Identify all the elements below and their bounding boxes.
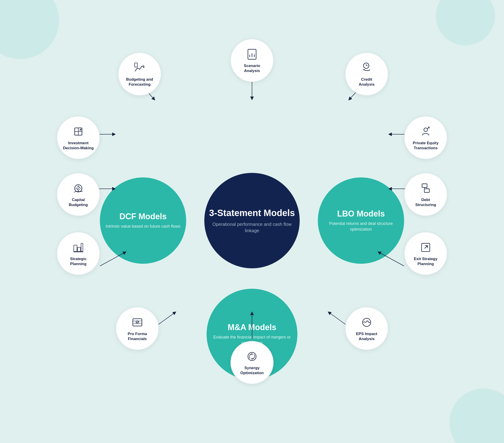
scenario-analysis-icon: [245, 47, 259, 61]
arrow-exit: [377, 250, 404, 268]
arrow-scenario: [249, 82, 255, 100]
sat-eps: EPS ImpactAnalysis: [345, 307, 388, 350]
svg-point-38: [424, 128, 428, 132]
lbo-desc: Potential returns and deal structure opt…: [318, 221, 404, 232]
sat-budgeting: Budgeting andForecasting: [118, 53, 161, 96]
sat-scenario-analysis: ScenarioAnalysis: [231, 39, 273, 82]
synergy-label: SynergyOptimization: [240, 366, 264, 376]
dcf-title: DCF Models: [119, 212, 167, 221]
investment-icon: [72, 125, 85, 138]
budgeting-icon: [133, 61, 146, 75]
eps-label: EPS ImpactAnalysis: [356, 331, 377, 342]
credit-analysis-label: CreditAnalysis: [359, 77, 375, 87]
svg-line-32: [379, 252, 404, 266]
sat-strategic-planning: StrategicPlanning: [57, 232, 100, 275]
sat-capital-budgeting: CapitalBudgeting: [57, 173, 100, 216]
svg-rect-16: [74, 245, 77, 251]
svg-line-20: [100, 252, 125, 266]
sat-pro-forma: Pro FormaFinancials: [116, 307, 159, 350]
sat-exit-strategy: Exit StrategyPlanning: [404, 232, 447, 275]
center-circle: 3-Statement Models Operational performan…: [204, 173, 300, 268]
center-title: 3-Statement Models: [209, 207, 295, 218]
sat-private-equity: Private EquityTransactions: [404, 116, 447, 159]
strategic-planning-label: StrategicPlanning: [70, 256, 87, 267]
arrow-investment: [98, 130, 116, 139]
pro-forma-icon: [130, 316, 144, 329]
svg-rect-17: [77, 247, 81, 251]
synergy-icon: [245, 350, 259, 363]
lbo-title: LBO Models: [337, 209, 385, 219]
diagram: 3-Statement Models Operational performan…: [48, 39, 456, 402]
private-equity-icon: [419, 125, 432, 138]
strategic-planning-icon: [72, 241, 85, 254]
sat-investment: InvestmentDecision-Making: [57, 116, 100, 159]
arrow-capital: [98, 184, 116, 193]
eps-impact-icon: [360, 316, 374, 329]
debt-structuring-label: DebtStructuring: [415, 197, 436, 207]
capital-budgeting-label: CapitalBudgeting: [69, 197, 88, 207]
budgeting-label: Budgeting andForecasting: [126, 77, 153, 87]
svg-rect-33: [422, 184, 427, 187]
svg-line-31: [425, 246, 428, 248]
svg-rect-34: [424, 189, 429, 193]
capital-budgeting-icon: [72, 181, 85, 195]
sat-debt-structuring: DebtStructuring: [404, 173, 447, 216]
exit-strategy-icon: [419, 241, 432, 254]
arrow-debt: [388, 184, 406, 193]
arrow-private-equity: [388, 130, 406, 139]
investment-label: InvestmentDecision-Making: [63, 141, 93, 151]
sat-synergy: SynergyOptimization: [231, 341, 273, 384]
arrow-synergy: [249, 311, 255, 341]
svg-rect-18: [81, 243, 83, 251]
sat-credit-analysis: CreditAnalysis: [345, 53, 388, 96]
pro-forma-label: Pro FormaFinancials: [127, 331, 147, 342]
svg-rect-7: [135, 63, 137, 67]
debt-structuring-icon: [419, 181, 432, 195]
dcf-desc: Intrinsic value based on future cash flo…: [100, 224, 186, 229]
private-equity-label: Private EquityTransactions: [413, 141, 438, 151]
scenario-analysis-label: ScenarioAnalysis: [244, 63, 260, 73]
arrow-strategic: [100, 250, 127, 268]
credit-analysis-icon: [360, 61, 374, 75]
exit-strategy-label: Exit StrategyPlanning: [414, 256, 437, 267]
center-desc: Operational performance and cash flow li…: [204, 221, 300, 234]
